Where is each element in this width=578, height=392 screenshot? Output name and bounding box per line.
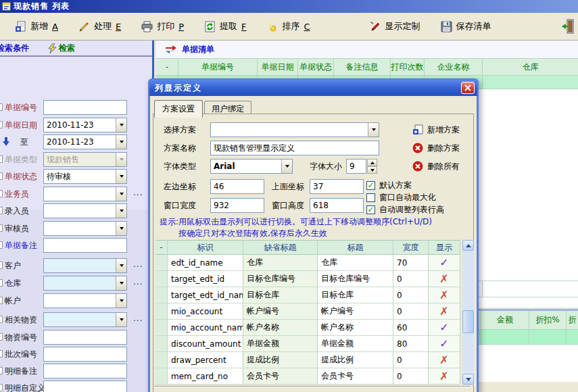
combo-arrow-icon[interactable] [116, 313, 126, 326]
doc-remark-input[interactable] [43, 238, 127, 253]
column-header[interactable]: 备注信息 [334, 58, 391, 76]
display-customize-button[interactable]: 显示定制 [364, 18, 426, 35]
clipped-checkbox[interactable] [0, 333, 3, 341]
column-header[interactable]: 单据状态 [298, 58, 334, 76]
related-goods-combo[interactable] [43, 312, 127, 327]
grid-row[interactable]: mio_account 帐户编号 帐户编号 0 ✗ [155, 303, 461, 320]
combo-arrow-icon[interactable] [281, 160, 292, 173]
clipped-checkbox[interactable] [0, 350, 3, 358]
column-header[interactable]: 仓库 [483, 58, 578, 76]
warehouse-combo[interactable] [43, 276, 127, 291]
grid-row[interactable]: mio_account_nam 帐户名称 帐户名称 60 ✓ [155, 320, 461, 336]
display-mark-icon[interactable]: ✓ [439, 256, 448, 269]
tab-scheme-settings[interactable]: 方案设置 [154, 100, 203, 118]
combo-arrow-icon[interactable] [368, 123, 379, 137]
column-header[interactable]: 宽度 [393, 240, 429, 255]
column-header[interactable]: - [155, 240, 168, 255]
combo-arrow-icon[interactable] [116, 135, 126, 149]
clipped-checkbox[interactable] [0, 224, 3, 232]
clipped-checkbox[interactable] [0, 190, 3, 197]
combo-arrow-icon[interactable] [116, 118, 126, 132]
batch-no-input[interactable] [43, 347, 127, 362]
customer-more-button[interactable]: ... [133, 260, 143, 269]
clipped-checkbox[interactable] [0, 103, 3, 111]
scroll-down-icon[interactable] [462, 374, 474, 385]
font-type-combo[interactable]: Arial [210, 159, 293, 174]
account-combo[interactable] [43, 293, 127, 308]
display-mark-icon[interactable]: ✗ [439, 305, 448, 318]
dialog-titlebar[interactable]: 列显示定义 [149, 80, 477, 96]
related-goods-more-button[interactable]: ... [133, 314, 143, 323]
detail-remark-input[interactable] [43, 364, 127, 378]
date-to-combo[interactable]: 2010-11-23 [43, 134, 127, 149]
combo-arrow-icon[interactable] [116, 276, 126, 290]
salesman-more-button[interactable]: ... [133, 188, 143, 197]
auto-maximize-checkbox[interactable]: ✓ 窗口自动最大化 [366, 192, 436, 203]
combo-arrow-icon[interactable] [116, 259, 126, 272]
display-mark-icon[interactable]: ✓ [439, 337, 448, 350]
combo-arrow-icon[interactable] [116, 294, 126, 308]
display-mark-icon[interactable]: ✓ [439, 321, 448, 334]
clipped-checkbox[interactable] [0, 297, 3, 304]
save-list-button[interactable]: 保存清单 [435, 18, 497, 35]
display-mark-icon[interactable]: ✗ [439, 353, 448, 366]
delete-all-button[interactable]: 删除所有 [412, 159, 460, 174]
default-scheme-checkbox[interactable]: ✓ 默认方案 [366, 180, 412, 191]
warehouse-more-button[interactable]: ... [133, 277, 143, 287]
combo-arrow-icon[interactable] [116, 187, 126, 201]
clipped-checkbox[interactable] [0, 241, 3, 249]
clipped-checkbox[interactable] [0, 367, 3, 374]
grid-row[interactable]: target_edt_id_nam 目标仓库 目标仓库 0 ✗ [155, 287, 461, 303]
column-header[interactable]: 金额 [481, 311, 529, 330]
add-scheme-button[interactable]: 新增方案 [412, 122, 460, 137]
column-header[interactable]: 折 [567, 311, 578, 330]
scrollbar-thumb[interactable] [462, 310, 474, 333]
combo-arrow-icon[interactable] [116, 170, 126, 183]
doc-status-combo[interactable]: 待审核 [43, 169, 127, 184]
spinner-up-icon[interactable] [367, 159, 377, 166]
font-size-spinner[interactable]: 9 [346, 159, 377, 174]
column-header[interactable]: 缺省标题 [243, 240, 318, 255]
grid-scrollbar[interactable] [462, 240, 474, 385]
print-button[interactable]: 打印P [136, 18, 189, 35]
grid-row[interactable]: draw_percent 提成比例 提成比例 0 ✗ [155, 352, 461, 368]
search-button[interactable]: 检索 [48, 43, 75, 54]
doc-no-input[interactable] [43, 100, 127, 115]
select-scheme-combo[interactable] [210, 122, 379, 137]
delete-scheme-button[interactable]: 删除方案 [412, 141, 460, 155]
process-button[interactable]: 处理E [73, 18, 126, 35]
dialog-close-button[interactable] [461, 82, 475, 94]
clipped-checkbox[interactable] [0, 262, 3, 269]
window-width-input[interactable]: 932 [210, 198, 264, 213]
new-button[interactable]: 新增A [9, 18, 64, 35]
grid-row[interactable]: mem_card_no 会员卡号 会员卡号 0 ✗ [155, 368, 461, 385]
auditor-combo[interactable] [43, 221, 127, 236]
column-header[interactable]: 单据编号 [178, 58, 258, 76]
column-header[interactable]: 标识 [168, 240, 243, 255]
display-mark-icon[interactable]: ✗ [439, 370, 448, 383]
top-coord-input[interactable]: 37 [310, 179, 364, 194]
clipped-checkbox[interactable] [0, 316, 3, 323]
grid-row[interactable]: discount_amount 单据金额 单据金额 80 ✓ [155, 336, 461, 352]
entry-clerk-combo[interactable] [43, 203, 127, 218]
clipped-checkbox[interactable] [0, 172, 3, 180]
window-height-input[interactable]: 618 [310, 198, 364, 213]
combo-arrow-icon[interactable] [116, 222, 126, 235]
column-header[interactable]: 折扣% [529, 311, 567, 330]
column-header[interactable]: 打印次数 [391, 58, 425, 76]
column-header[interactable]: - [156, 58, 178, 76]
exit-button[interactable] [560, 18, 575, 34]
combo-arrow-icon[interactable] [116, 204, 126, 218]
grid-row[interactable]: edt_id_name 仓库 仓库 70 ✓ [155, 255, 461, 271]
display-mark-icon[interactable]: ✗ [439, 289, 448, 301]
left-coord-input[interactable]: 46 [210, 179, 264, 194]
salesman-combo[interactable] [43, 187, 127, 201]
spinner-down-icon[interactable] [367, 166, 377, 174]
scheme-name-input[interactable]: 现款销售管理显示定义 [210, 141, 379, 155]
goods-no-input[interactable] [43, 330, 127, 345]
clipped-checkbox[interactable] [0, 121, 3, 128]
sort-button[interactable]: 排序C [261, 18, 315, 35]
scroll-up-icon[interactable] [462, 240, 474, 251]
customer-combo[interactable] [43, 258, 127, 273]
doc-date-combo[interactable]: 2010-11-23 [43, 118, 127, 132]
